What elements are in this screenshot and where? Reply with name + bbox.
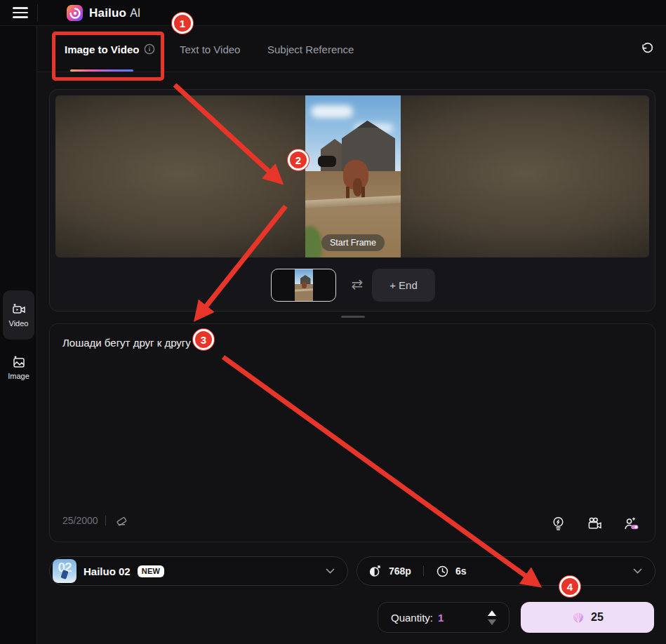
eraser-icon[interactable]	[113, 512, 130, 529]
sidebar-item-video[interactable]: Video	[3, 290, 34, 340]
shell-credits-icon	[571, 610, 585, 624]
tab-label: Subject Reference	[267, 43, 354, 55]
director-agent-icon[interactable]	[622, 515, 639, 532]
footer-divider	[105, 516, 106, 525]
chevron-down-icon	[326, 568, 335, 574]
quantity-value: 1	[438, 612, 444, 624]
chevron-down-icon	[633, 568, 642, 574]
prompt-footer-right	[550, 515, 639, 532]
active-tab-underline	[70, 69, 133, 72]
movie-camera-icon[interactable]	[586, 515, 603, 532]
brand-suffix: AI	[130, 7, 140, 20]
quantity-stepper	[488, 610, 496, 625]
top-bar: Hailuo AI	[0, 0, 666, 26]
start-frame-preview[interactable]: Start Frame	[55, 95, 649, 257]
hailuo-spiral-logo-icon	[67, 5, 83, 21]
sidebar-item-label: Image	[8, 372, 29, 380]
video-camera-sparkle-icon	[11, 302, 27, 316]
swap-frames-icon[interactable]: ⇄	[347, 272, 367, 296]
quantity-label: Quantity:	[391, 612, 433, 624]
tab-subject-reference[interactable]: Subject Reference	[267, 26, 354, 72]
stepper-up-icon[interactable]	[488, 610, 496, 616]
uploaded-photo: Start Frame	[305, 95, 401, 257]
topbar-divider	[37, 4, 38, 22]
tab-label: Text to Video	[180, 43, 240, 55]
hamburger-menu-icon[interactable]	[13, 7, 28, 18]
prompt-footer-left: 25/2000	[62, 512, 130, 529]
info-icon[interactable]	[144, 43, 155, 55]
start-frame-thumbnail[interactable]	[271, 269, 336, 302]
model-name: Hailuo 02	[84, 565, 131, 577]
panel-resize-handle[interactable]	[341, 316, 365, 318]
frame-controls: ⇄ + End	[50, 263, 656, 305]
brand-name: Hailuo	[89, 6, 126, 20]
new-badge: NEW	[138, 565, 165, 577]
char-counter: 25/2000	[62, 515, 98, 526]
quantity-control: Quantity: 1	[378, 602, 510, 633]
reset-history-icon[interactable]	[638, 40, 656, 58]
frame-upload-panel: Start Frame ⇄ + End	[49, 89, 655, 311]
model-selector-dropdown[interactable]: 02 Hailuo 02 NEW	[49, 556, 348, 586]
end-button-label: + End	[389, 279, 418, 291]
generate-button[interactable]: 25	[521, 602, 654, 633]
clock-icon	[436, 565, 449, 578]
lightbulb-idea-icon[interactable]	[550, 515, 566, 532]
tab-text-to-video[interactable]: Text to Video	[180, 26, 240, 72]
brand-logo[interactable]: Hailuo AI	[67, 5, 140, 21]
prompt-panel: Лошади бегут друг к другу 25/2000	[49, 323, 655, 542]
resolution-value: 768p	[389, 565, 411, 577]
generate-cost: 25	[591, 611, 604, 624]
hailuo-app-window: Hailuo AI Video Image Image to Video	[0, 0, 666, 644]
tab-image-to-video[interactable]: Image to Video	[65, 26, 155, 72]
tab-label: Image to Video	[65, 43, 139, 55]
sidebar-item-image[interactable]: Image	[3, 345, 34, 390]
duration-value: 6s	[455, 565, 467, 577]
left-sidebar: Video Image	[0, 26, 37, 644]
resolution-contrast-icon	[368, 564, 382, 578]
add-end-frame-button[interactable]: + End	[372, 269, 435, 302]
sidebar-item-label: Video	[9, 319, 29, 328]
settings-divider	[423, 566, 424, 576]
stepper-down-icon[interactable]	[488, 619, 496, 625]
model-thumbnail: 02	[53, 559, 76, 583]
image-sparkle-icon	[11, 355, 27, 369]
start-frame-badge: Start Frame	[321, 234, 385, 251]
mode-tab-bar: Image to Video Text to Video Subject Ref…	[37, 26, 666, 72]
prompt-input[interactable]: Лошади бегут друг к другу	[62, 335, 554, 476]
output-settings-dropdown[interactable]: 768p 6s	[357, 556, 655, 586]
start-frame-thumb-image	[295, 269, 313, 301]
